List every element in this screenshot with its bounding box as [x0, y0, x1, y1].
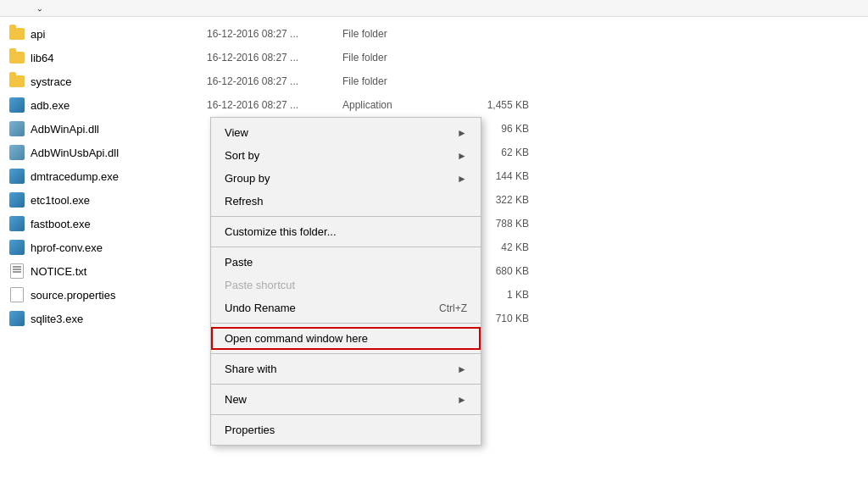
col-size-header[interactable]	[458, 3, 542, 13]
file-date: 16-12-2016 08:27 ...	[200, 28, 336, 40]
submenu-arrow-icon: ►	[457, 394, 467, 406]
menu-label: Refresh	[225, 195, 264, 208]
file-size: 1,455 KB	[454, 99, 539, 111]
dll-icon	[9, 145, 25, 160]
file-icon	[8, 191, 25, 208]
file-name: lib64	[31, 52, 200, 64]
file-name: etc1tool.exe	[31, 194, 200, 207]
menu-separator	[211, 246, 481, 247]
menu-separator	[211, 414, 481, 415]
file-name: systrace	[31, 75, 200, 88]
menu-label: Customize this folder...	[225, 225, 337, 238]
file-name: dmtracedump.exe	[31, 170, 200, 183]
menu-item-customize[interactable]: Customize this folder...	[211, 220, 481, 243]
file-icon	[8, 73, 25, 90]
file-icon	[8, 97, 25, 114]
file-icon	[8, 49, 25, 66]
col-type-header[interactable]	[339, 3, 458, 13]
exe-icon	[9, 216, 25, 231]
menu-label: Paste shortcut	[225, 279, 295, 291]
context-menu: View►Sort by►Group by►RefreshCustomize t…	[210, 117, 481, 446]
file-icon	[8, 310, 25, 327]
dll-icon	[9, 121, 25, 136]
menu-label: Paste	[225, 256, 253, 269]
file-row[interactable]: adb.exe 16-12-2016 08:27 ... Application…	[0, 93, 868, 117]
file-type: File folder	[336, 75, 454, 87]
folder-icon	[9, 75, 25, 87]
menu-separator	[211, 323, 481, 324]
file-row[interactable]: systrace 16-12-2016 08:27 ... File folde…	[0, 69, 868, 93]
menu-item-properties[interactable]: Properties	[211, 418, 481, 441]
menu-item-undo_rename[interactable]: Undo RenameCtrl+Z	[211, 296, 481, 319]
menu-label: View	[225, 126, 248, 139]
file-type: Application	[336, 99, 454, 111]
menu-label: New	[225, 393, 247, 406]
file-icon	[8, 25, 25, 42]
file-name: sqlite3.exe	[31, 313, 200, 325]
file-icon	[8, 144, 25, 161]
menu-item-view[interactable]: View►	[211, 121, 481, 144]
menu-item-sort_by[interactable]: Sort by►	[211, 144, 481, 167]
file-icon	[8, 263, 25, 280]
submenu-arrow-icon: ►	[457, 150, 467, 162]
file-icon	[8, 120, 25, 137]
file-icon	[8, 168, 25, 185]
file-name: NOTICE.txt	[31, 265, 200, 278]
prop-icon	[10, 287, 24, 302]
file-date: 16-12-2016 08:27 ...	[200, 52, 336, 64]
menu-label: Share with	[225, 363, 276, 375]
menu-item-open_cmd[interactable]: Open command window here	[211, 327, 481, 350]
exe-icon	[9, 97, 25, 113]
col-date-header[interactable]	[203, 3, 339, 13]
exe-icon	[9, 311, 25, 326]
menu-item-refresh[interactable]: Refresh	[211, 190, 481, 213]
file-name: adb.exe	[31, 99, 200, 112]
menu-label: Undo Rename	[225, 302, 296, 314]
menu-label: Group by	[225, 172, 270, 185]
file-name: AdbWinUsbApi.dll	[31, 147, 200, 159]
menu-item-paste[interactable]: Paste	[211, 251, 481, 274]
column-headers	[0, 0, 868, 17]
file-date: 16-12-2016 08:27 ...	[200, 75, 336, 87]
file-name: hprof-conv.exe	[31, 241, 200, 254]
file-icon	[8, 286, 25, 303]
folder-icon	[9, 52, 25, 64]
menu-item-share_with[interactable]: Share with►	[211, 357, 481, 380]
file-icon	[8, 239, 25, 256]
menu-separator	[211, 353, 481, 354]
file-name: fastboot.exe	[31, 218, 200, 230]
col-name-header[interactable]	[0, 3, 203, 13]
menu-label: Open command window here	[225, 332, 368, 345]
file-name: AdbWinApi.dll	[31, 123, 200, 136]
submenu-arrow-icon: ►	[457, 127, 467, 139]
file-type: File folder	[336, 28, 454, 40]
menu-label: Properties	[225, 424, 275, 436]
menu-item-group_by[interactable]: Group by►	[211, 167, 481, 190]
menu-separator	[211, 384, 481, 385]
menu-shortcut: Ctrl+Z	[439, 302, 467, 314]
submenu-arrow-icon: ►	[457, 363, 467, 375]
file-name: api	[31, 28, 200, 41]
exe-icon	[9, 169, 25, 184]
file-row[interactable]: api 16-12-2016 08:27 ... File folder	[0, 22, 868, 46]
file-row[interactable]: lib64 16-12-2016 08:27 ... File folder	[0, 46, 868, 69]
menu-label: Sort by	[225, 149, 259, 162]
col-name-sort[interactable]	[34, 3, 43, 13]
file-date: 16-12-2016 08:27 ...	[200, 99, 336, 111]
txt-icon	[10, 263, 24, 279]
menu-separator	[211, 216, 481, 217]
file-type: File folder	[336, 52, 454, 64]
file-icon	[8, 215, 25, 232]
menu-item-paste_shortcut: Paste shortcut	[211, 274, 481, 296]
submenu-arrow-icon: ►	[457, 173, 467, 185]
explorer-window: api 16-12-2016 08:27 ... File folder lib…	[0, 0, 868, 493]
file-name: source.properties	[31, 289, 200, 302]
exe-icon	[9, 240, 25, 255]
menu-item-new[interactable]: New►	[211, 388, 481, 411]
folder-icon	[9, 28, 25, 40]
exe-icon	[9, 192, 25, 208]
